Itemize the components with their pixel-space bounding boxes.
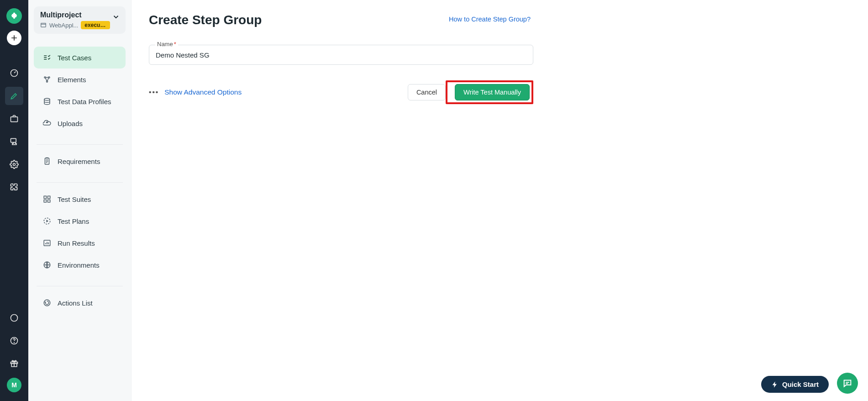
sidebar-item-test-plans[interactable]: Test Plans <box>34 210 126 232</box>
sidebar-item-run-results[interactable]: Run Results <box>34 232 126 254</box>
project-selector[interactable]: Multiproject WebAppl... executio... <box>34 6 126 34</box>
main-content: Create Step Group How to Create Step Gro… <box>132 0 868 401</box>
svg-point-22 <box>44 300 50 306</box>
dots-icon: ••• <box>149 88 159 96</box>
advanced-options-toggle[interactable]: ••• Show Advanced Options <box>149 88 242 96</box>
sidebar-item-label: Test Data Profiles <box>58 98 111 106</box>
svg-point-13 <box>44 98 50 100</box>
sidebar-item-label: Requirements <box>58 158 100 165</box>
design-icon[interactable] <box>5 87 23 105</box>
sidebar: Multiproject WebAppl... executio... Test… <box>28 0 132 401</box>
sidebar-item-uploads[interactable]: Uploads <box>34 112 126 134</box>
sidebar-item-environments[interactable]: Environments <box>34 254 126 276</box>
agents-icon[interactable] <box>5 132 23 151</box>
sidebar-item-requirements[interactable]: Requirements <box>34 150 126 172</box>
dashboard-icon[interactable] <box>5 64 23 82</box>
name-input[interactable] <box>149 45 533 65</box>
gift-icon[interactable] <box>5 354 23 373</box>
sidebar-item-test-data[interactable]: Test Data Profiles <box>34 90 126 112</box>
svg-point-3 <box>13 164 16 166</box>
svg-point-11 <box>48 77 50 78</box>
browser-icon <box>40 22 47 28</box>
svg-rect-16 <box>48 196 50 198</box>
quick-start-button[interactable]: Quick Start <box>761 376 829 393</box>
project-subtype: WebAppl... <box>49 22 78 29</box>
write-test-manually-button[interactable]: Write Test Manually <box>455 84 530 100</box>
project-badge: executio... <box>81 21 110 29</box>
svg-point-12 <box>47 81 48 82</box>
sidebar-item-label: Test Suites <box>58 195 91 203</box>
sidebar-item-label: Elements <box>58 76 86 84</box>
settings-icon[interactable] <box>5 155 23 174</box>
svg-point-10 <box>44 77 46 78</box>
sidebar-item-elements[interactable]: Elements <box>34 69 126 90</box>
sidebar-item-label: Test Cases <box>58 54 91 62</box>
svg-rect-2 <box>11 138 16 142</box>
advanced-options-label: Show Advanced Options <box>164 88 242 96</box>
svg-rect-9 <box>41 23 46 27</box>
sidebar-item-test-suites[interactable]: Test Suites <box>34 188 126 210</box>
logo-icon[interactable] <box>6 8 22 24</box>
sidebar-item-actions-list[interactable]: Actions List <box>34 292 126 314</box>
chevron-down-icon <box>112 11 120 23</box>
divider <box>37 286 123 286</box>
add-button[interactable] <box>7 31 21 45</box>
sidebar-item-label: Uploads <box>58 120 83 127</box>
sidebar-item-label: Actions List <box>58 299 93 307</box>
annotation-highlight: Write Test Manually <box>446 80 533 104</box>
sidebar-item-label: Environments <box>58 261 100 269</box>
help-link[interactable]: How to Create Step Group? <box>449 16 531 23</box>
svg-rect-17 <box>44 200 46 202</box>
divider <box>37 144 123 145</box>
nav-rail: M <box>0 0 28 401</box>
help-icon[interactable] <box>5 332 23 350</box>
usage-icon[interactable] <box>5 309 23 327</box>
svg-point-4 <box>11 315 18 322</box>
svg-rect-15 <box>44 196 46 198</box>
sidebar-item-label: Test Plans <box>58 217 89 225</box>
svg-rect-18 <box>48 200 50 202</box>
cancel-button[interactable]: Cancel <box>408 84 446 100</box>
sidebar-item-label: Run Results <box>58 239 95 247</box>
name-field-label: Name* <box>155 41 178 47</box>
avatar-letter: M <box>11 381 17 389</box>
svg-point-6 <box>14 343 15 343</box>
sidebar-item-test-cases[interactable]: Test Cases <box>34 47 126 69</box>
avatar[interactable]: M <box>7 378 21 392</box>
briefcase-icon[interactable] <box>5 110 23 128</box>
project-title: Multiproject <box>40 11 110 19</box>
addons-icon[interactable] <box>5 178 23 196</box>
quick-start-label: Quick Start <box>782 380 819 388</box>
divider <box>37 182 123 183</box>
chat-button[interactable] <box>837 373 858 394</box>
svg-rect-1 <box>11 117 18 122</box>
page-title: Create Step Group <box>149 13 262 27</box>
